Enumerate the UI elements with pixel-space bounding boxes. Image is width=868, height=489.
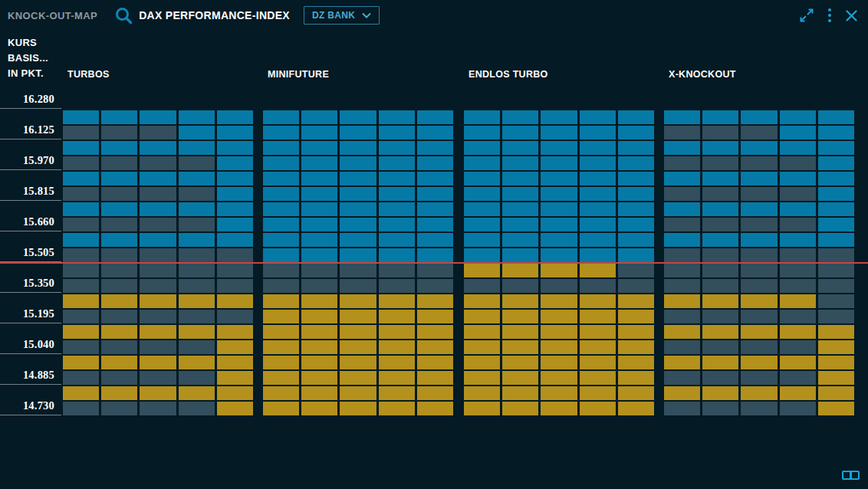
heatmap-cell[interactable] [301, 294, 337, 308]
heatmap-cell[interactable] [741, 371, 777, 385]
heatmap-cell[interactable] [541, 172, 577, 185]
heatmap-cell[interactable] [664, 126, 700, 139]
heatmap-cell[interactable] [664, 386, 700, 400]
heatmap-cell[interactable] [379, 310, 415, 323]
heatmap-cell[interactable] [101, 126, 137, 139]
heatmap-cell[interactable] [541, 310, 577, 323]
heatmap-cell[interactable] [140, 202, 176, 216]
heatmap-cell[interactable] [818, 233, 854, 247]
heatmap-cell[interactable] [217, 356, 253, 369]
heatmap-cell[interactable] [464, 202, 500, 216]
heatmap-cell[interactable] [818, 279, 854, 293]
close-icon[interactable] [845, 9, 858, 22]
heatmap-cell[interactable] [580, 172, 616, 185]
heatmap-cell[interactable] [217, 172, 253, 185]
heatmap-cell[interactable] [818, 386, 854, 400]
heatmap-cell[interactable] [379, 371, 415, 385]
heatmap-cell[interactable] [702, 126, 738, 139]
heatmap-cell[interactable] [217, 340, 253, 354]
heatmap-cell[interactable] [618, 356, 654, 369]
heatmap-cell[interactable] [618, 264, 654, 277]
heatmap-cell[interactable] [741, 279, 777, 293]
heatmap-cell[interactable] [541, 156, 577, 170]
heatmap-cell[interactable] [702, 386, 738, 400]
heatmap-cell[interactable] [580, 356, 616, 369]
heatmap-cell[interactable] [379, 141, 415, 155]
heatmap-cell[interactable] [379, 110, 415, 124]
heatmap-cell[interactable] [417, 356, 453, 369]
heatmap-cell[interactable] [63, 294, 99, 308]
heatmap-cell[interactable] [263, 371, 299, 385]
heatmap-cell[interactable] [502, 172, 538, 185]
heatmap-cell[interactable] [301, 248, 337, 262]
heatmap-cell[interactable] [780, 218, 816, 231]
heatmap-cell[interactable] [263, 156, 299, 170]
heatmap-cell[interactable] [541, 248, 577, 262]
heatmap-cell[interactable] [502, 356, 538, 369]
heatmap-cell[interactable] [780, 110, 816, 124]
heatmap-cell[interactable] [580, 141, 616, 155]
heatmap-cell[interactable] [101, 110, 137, 124]
heatmap-cell[interactable] [217, 371, 253, 385]
heatmap-cell[interactable] [464, 110, 500, 124]
heatmap-cell[interactable] [140, 371, 176, 385]
heatmap-cell[interactable] [179, 126, 215, 139]
heatmap-cell[interactable] [417, 156, 453, 170]
heatmap-cell[interactable] [580, 310, 616, 323]
heatmap-cell[interactable] [379, 248, 415, 262]
heatmap-cell[interactable] [340, 156, 376, 170]
heatmap-cell[interactable] [140, 325, 176, 339]
heatmap-cell[interactable] [417, 248, 453, 262]
heatmap-cell[interactable] [502, 371, 538, 385]
heatmap-cell[interactable] [101, 294, 137, 308]
heatmap-cell[interactable] [618, 371, 654, 385]
heatmap-cell[interactable] [140, 264, 176, 277]
heatmap-cell[interactable] [664, 141, 700, 155]
heatmap-cell[interactable] [217, 294, 253, 308]
heatmap-cell[interactable] [217, 126, 253, 139]
heatmap-cell[interactable] [179, 386, 215, 400]
heatmap-cell[interactable] [301, 126, 337, 139]
heatmap-cell[interactable] [502, 218, 538, 231]
heatmap-cell[interactable] [464, 156, 500, 170]
heatmap-cell[interactable] [618, 233, 654, 247]
heatmap-cell[interactable] [179, 371, 215, 385]
heatmap-cell[interactable] [217, 248, 253, 262]
heatmap-cell[interactable] [702, 356, 738, 369]
heatmap-cell[interactable] [741, 248, 777, 262]
heatmap-cell[interactable] [741, 110, 777, 124]
heatmap-cell[interactable] [664, 356, 700, 369]
heatmap-cell[interactable] [664, 172, 700, 185]
heatmap-cell[interactable] [417, 294, 453, 308]
heatmap-cell[interactable] [702, 279, 738, 293]
heatmap-cell[interactable] [464, 294, 500, 308]
heatmap-cell[interactable] [702, 202, 738, 216]
heatmap-cell[interactable] [263, 110, 299, 124]
heatmap-cell[interactable] [702, 156, 738, 170]
heatmap-cell[interactable] [340, 310, 376, 323]
heatmap-cell[interactable] [301, 279, 337, 293]
heatmap-cell[interactable] [217, 218, 253, 231]
heatmap-cell[interactable] [179, 325, 215, 339]
heatmap-cell[interactable] [140, 340, 176, 354]
heatmap-cell[interactable] [580, 233, 616, 247]
heatmap-cell[interactable] [140, 110, 176, 124]
heatmap-cell[interactable] [580, 386, 616, 400]
heatmap-cell[interactable] [217, 386, 253, 400]
heatmap-cell[interactable] [502, 110, 538, 124]
heatmap-cell[interactable] [541, 279, 577, 293]
heatmap-cell[interactable] [263, 248, 299, 262]
heatmap-cell[interactable] [179, 172, 215, 185]
heatmap-cell[interactable] [741, 356, 777, 369]
heatmap-cell[interactable] [263, 264, 299, 277]
heatmap-cell[interactable] [618, 218, 654, 231]
heatmap-cell[interactable] [140, 248, 176, 262]
heatmap-cell[interactable] [217, 310, 253, 323]
heatmap-cell[interactable] [417, 172, 453, 185]
heatmap-cell[interactable] [301, 141, 337, 155]
heatmap-cell[interactable] [780, 325, 816, 339]
heatmap-cell[interactable] [140, 356, 176, 369]
heatmap-cell[interactable] [541, 264, 577, 277]
expand-icon[interactable] [799, 8, 814, 23]
heatmap-cell[interactable] [664, 279, 700, 293]
